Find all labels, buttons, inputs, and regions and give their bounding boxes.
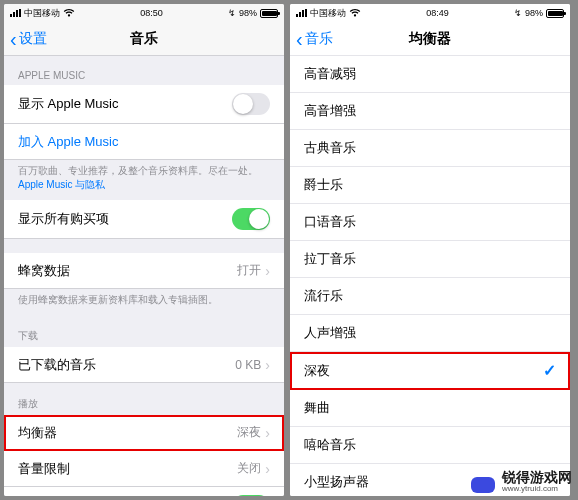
- eq-option[interactable]: 高音减弱: [290, 56, 570, 93]
- row-equalizer[interactable]: 均衡器 深夜 ›: [4, 415, 284, 451]
- charging-icon: ↯: [228, 8, 236, 18]
- section-downloads: 下载: [4, 315, 284, 347]
- battery-pct: 98%: [239, 8, 257, 18]
- detail-value: 关闭: [237, 460, 261, 477]
- settings-scroll[interactable]: APPLE MUSIC 显示 Apple Music 加入 Apple Musi…: [4, 56, 284, 496]
- row-downloaded-music[interactable]: 已下载的音乐 0 KB ›: [4, 347, 284, 383]
- carrier-label: 中国移动: [310, 7, 346, 20]
- battery-icon: [546, 9, 564, 18]
- row-label: 均衡器: [18, 424, 57, 442]
- chevron-right-icon: ›: [265, 425, 270, 441]
- back-button[interactable]: ‹ 音乐: [290, 29, 333, 49]
- row-label: 加入 Apple Music: [18, 133, 118, 151]
- row-show-apple-music[interactable]: 显示 Apple Music: [4, 85, 284, 124]
- link-privacy[interactable]: Apple Music 与隐私: [18, 179, 105, 190]
- row-volume-limit[interactable]: 音量限制 关闭 ›: [4, 451, 284, 487]
- row-show-purchased[interactable]: 显示所有购买项: [4, 200, 284, 239]
- eq-option[interactable]: 口语音乐: [290, 204, 570, 241]
- row-label: 音量限制: [18, 460, 70, 478]
- clock: 08:50: [140, 8, 163, 18]
- row-label: 已下载的音乐: [18, 356, 96, 374]
- row-sound-check[interactable]: 音量平衡: [4, 487, 284, 496]
- row-label: 显示所有购买项: [18, 210, 109, 228]
- footer-cellular: 使用蜂窝数据来更新资料库和载入专辑插图。: [4, 289, 284, 315]
- eq-option-label: 高音减弱: [304, 65, 356, 83]
- chevron-right-icon: ›: [265, 461, 270, 477]
- eq-option-label: 人声增强: [304, 324, 356, 342]
- switch-show-apple-music[interactable]: [232, 93, 270, 115]
- carrier-label: 中国移动: [24, 7, 60, 20]
- signal-icon: [296, 9, 307, 17]
- eq-option[interactable]: 深夜✓: [290, 352, 570, 390]
- detail-value: 打开: [237, 262, 261, 279]
- eq-option[interactable]: 嘻哈音乐: [290, 427, 570, 464]
- eq-option[interactable]: 舞曲: [290, 390, 570, 427]
- charging-icon: ↯: [514, 8, 522, 18]
- watermark-logo-icon: [470, 471, 496, 493]
- chevron-left-icon: ‹: [10, 29, 17, 49]
- watermark: 锐得游戏网 www.ytruid.com: [470, 470, 572, 494]
- eq-option-label: 古典音乐: [304, 139, 356, 157]
- watermark-url: www.ytruid.com: [502, 485, 558, 494]
- section-apple-music: APPLE MUSIC: [4, 56, 284, 85]
- eq-option-label: 流行乐: [304, 287, 343, 305]
- chevron-right-icon: ›: [265, 263, 270, 279]
- eq-list[interactable]: 高音减弱高音增强古典音乐爵士乐口语音乐拉丁音乐流行乐人声增强深夜✓舞曲嘻哈音乐小…: [290, 56, 570, 496]
- nav-bar: ‹ 音乐 均衡器: [290, 22, 570, 56]
- eq-option[interactable]: 流行乐: [290, 278, 570, 315]
- eq-option-label: 高音增强: [304, 102, 356, 120]
- eq-option-label: 深夜: [304, 362, 330, 380]
- row-label: 蜂窝数据: [18, 262, 70, 280]
- eq-option-label: 口语音乐: [304, 213, 356, 231]
- switch-sound-check[interactable]: [232, 495, 270, 496]
- eq-option-label: 舞曲: [304, 399, 330, 417]
- detail-value: 0 KB: [235, 358, 261, 372]
- eq-option[interactable]: 高音增强: [290, 93, 570, 130]
- chevron-left-icon: ‹: [296, 29, 303, 49]
- row-label: 显示 Apple Music: [18, 95, 118, 113]
- back-button[interactable]: ‹ 设置: [4, 29, 47, 49]
- status-bar: 中国移动 08:50 ↯ 98%: [4, 4, 284, 22]
- eq-option-label: 爵士乐: [304, 176, 343, 194]
- row-cellular[interactable]: 蜂窝数据 打开 ›: [4, 253, 284, 289]
- phone-equalizer: 中国移动 08:49 ↯ 98% ‹ 音乐 均衡器 高音减弱高音增强古典音乐爵士…: [290, 4, 570, 496]
- row-join-apple-music[interactable]: 加入 Apple Music: [4, 124, 284, 160]
- watermark-title: 锐得游戏网: [502, 470, 572, 485]
- chevron-right-icon: ›: [265, 357, 270, 373]
- eq-option-label: 嘻哈音乐: [304, 436, 356, 454]
- wifi-icon: [63, 8, 75, 19]
- eq-option[interactable]: 人声增强: [290, 315, 570, 352]
- eq-option[interactable]: 古典音乐: [290, 130, 570, 167]
- switch-show-purchased[interactable]: [232, 208, 270, 230]
- back-label: 设置: [19, 30, 47, 48]
- eq-option-label: 小型扬声器: [304, 473, 369, 491]
- detail-value: 深夜: [237, 424, 261, 441]
- battery-pct: 98%: [525, 8, 543, 18]
- eq-option-label: 拉丁音乐: [304, 250, 356, 268]
- battery-icon: [260, 9, 278, 18]
- wifi-icon: [349, 8, 361, 19]
- nav-bar: ‹ 设置 音乐: [4, 22, 284, 56]
- clock: 08:49: [426, 8, 449, 18]
- eq-option[interactable]: 爵士乐: [290, 167, 570, 204]
- status-bar: 中国移动 08:49 ↯ 98%: [290, 4, 570, 22]
- back-label: 音乐: [305, 30, 333, 48]
- eq-option[interactable]: 拉丁音乐: [290, 241, 570, 278]
- checkmark-icon: ✓: [543, 361, 556, 380]
- footer-apple-music: 百万歌曲、专业推荐，及整个音乐资料库。尽在一处。 Apple Music 与隐私: [4, 160, 284, 200]
- signal-icon: [10, 9, 21, 17]
- section-playback: 播放: [4, 383, 284, 415]
- phone-settings-music: 中国移动 08:50 ↯ 98% ‹ 设置 音乐 APPLE MUSIC 显示 …: [4, 4, 284, 496]
